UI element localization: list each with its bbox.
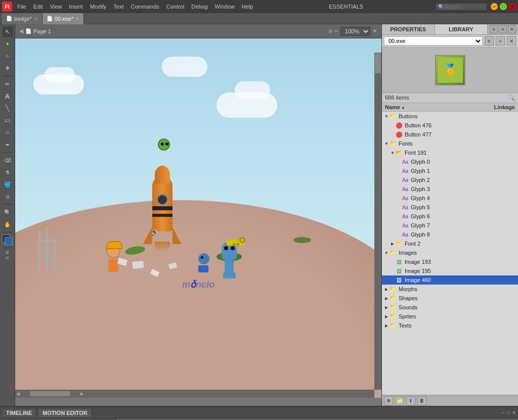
canvas-scrollbar-vertical[interactable] (374, 53, 381, 390)
tree-item-image460[interactable]: 🖼 Image 460 (382, 275, 518, 285)
tree-arrow-shapes[interactable]: ▶ (384, 296, 389, 301)
tool-zoom[interactable]: 🔍 (2, 207, 13, 218)
tree-item-sprites[interactable]: ▶ 📁 Sprites (382, 312, 518, 321)
tab-badge[interactable]: 📄 badge* ✕ (2, 13, 42, 24)
canvas-edit-icon[interactable]: ✏ (334, 28, 338, 34)
menu-commands[interactable]: Commands (127, 3, 162, 11)
tab-timeline[interactable]: TIMELINE (2, 409, 36, 417)
menu-edit[interactable]: Edit (30, 3, 46, 11)
tree-item-texts[interactable]: ▶ 📁 Texts (382, 321, 518, 330)
tree-arrow-texts[interactable]: ▶ (384, 323, 389, 328)
tree-item-glyph8[interactable]: Aa Glyph 8 (382, 230, 518, 239)
tree-arrow-fonts[interactable]: ▼ (384, 142, 389, 146)
timeline-collapse-btn[interactable]: ─ (501, 410, 505, 415)
col-name[interactable]: Name ▲ (385, 104, 485, 110)
tree-item-font2[interactable]: ▶ 📁 Font 2 (382, 239, 518, 248)
canvas-scrollbar-horizontal[interactable]: ◀ ▶ (15, 390, 374, 398)
library-action-btn-2[interactable]: + (496, 36, 505, 45)
tree-item-buttons[interactable]: ▼ 📁 Buttons (382, 112, 518, 121)
canvas-back-btn[interactable]: ◀ (19, 28, 23, 34)
menu-window[interactable]: Window (212, 3, 238, 11)
tree-item-sounds[interactable]: ▶ 📁 Sounds (382, 303, 518, 312)
tree-item-morphs[interactable]: ▶ 📁 Morphs (382, 285, 518, 294)
tab-00exe[interactable]: 📄 00.exe* ✕ (42, 13, 84, 24)
tool-pencil[interactable]: ✒ (2, 139, 13, 150)
tool-rect[interactable]: ▭ (2, 115, 13, 126)
tool-pen[interactable]: ✏ (2, 78, 13, 89)
tab-motion-editor[interactable]: MOTION EDITOR (38, 409, 92, 417)
tree-item-glyph5[interactable]: Aa Glyph 5 (382, 203, 518, 212)
tool-dropper[interactable]: ⚗ (2, 167, 13, 178)
tab-library[interactable]: LIBRARY (435, 24, 488, 34)
library-action-btn-3[interactable]: ✕ (507, 36, 516, 45)
tool-subselect[interactable]: ✦ (2, 38, 13, 50)
tree-item-font191[interactable]: ▼ 📂 Font 191 (382, 148, 518, 157)
scroll-right-arrow[interactable]: ▶ (80, 391, 84, 396)
tab-badge-close[interactable]: ✕ (34, 16, 38, 21)
tool-line[interactable]: ╲ (2, 103, 13, 114)
scroll-v-thumb[interactable] (375, 53, 381, 73)
menu-modify[interactable]: Modify (87, 3, 109, 11)
tool-select[interactable]: ↖ (2, 26, 13, 37)
tree-item-glyph2[interactable]: Aa Glyph 2 (382, 175, 518, 184)
menu-file[interactable]: File (14, 3, 29, 11)
tree-item-button476[interactable]: 🔴 Button 476 (382, 121, 518, 130)
close-button[interactable]: ✕ (509, 3, 516, 10)
tree-arrow-font191[interactable]: ▼ (390, 151, 395, 155)
tree-arrow-buttons[interactable]: ▼ (384, 114, 389, 119)
tree-item-glyph1[interactable]: Aa Glyph 1 (382, 166, 518, 175)
tree-item-image193[interactable]: 🖼 Image 193 (382, 257, 518, 266)
tree-item-glyph6[interactable]: Aa Glyph 6 (382, 212, 518, 221)
color-stroke[interactable] (2, 235, 13, 246)
menu-control[interactable]: Control (163, 3, 187, 11)
library-file-select[interactable]: 00.exe (384, 36, 483, 45)
tool-transform[interactable]: ✤ (2, 63, 13, 74)
tree-arrow-sprites[interactable]: ▶ (384, 314, 389, 319)
canvas-snap-icon[interactable]: ⊞ (328, 28, 332, 34)
color-fill[interactable] (5, 237, 13, 245)
lib-new-symbol-btn[interactable]: ⊕ (384, 396, 393, 405)
tree-item-fonts[interactable]: ▼ 📁 Fonts (382, 139, 518, 148)
tool-text[interactable]: A (2, 90, 13, 102)
tool-3d[interactable]: ⊹ (2, 51, 13, 62)
tree-item-glyph4[interactable]: Aa Glyph 4 (382, 194, 518, 203)
title-search-input[interactable] (444, 4, 485, 10)
tool-ellipse[interactable]: ○ (2, 127, 13, 138)
lib-props-btn[interactable]: ℹ (406, 396, 415, 405)
lib-new-folder-btn[interactable]: 📁 (395, 396, 404, 405)
tree-item-image195[interactable]: 🖼 Image 195 (382, 266, 518, 275)
minimize-button[interactable]: ─ (491, 3, 498, 10)
library-action-btn-1[interactable]: ≡ (485, 36, 494, 45)
tab-00exe-close[interactable]: ✕ (75, 16, 79, 21)
tree-item-glyph7[interactable]: Aa Glyph 7 (382, 221, 518, 230)
tree-arrow-sounds[interactable]: ▶ (384, 305, 389, 310)
menu-help[interactable]: Help (239, 3, 256, 11)
tool-bone[interactable]: ⊙ (2, 191, 13, 202)
timeline-close-btn[interactable]: ✕ (512, 410, 516, 415)
tool-bucket[interactable]: 🪣 (2, 179, 13, 190)
panel-action-btn-2[interactable]: ≡ (499, 25, 507, 33)
scroll-h-thumb[interactable] (30, 391, 70, 396)
tool-snap[interactable]: ⊞ (6, 250, 9, 255)
tool-options[interactable]: ⊟ (6, 256, 9, 260)
zoom-selector[interactable]: 100% 50% 150% 200% (340, 27, 370, 36)
lib-delete-btn[interactable]: 🗑 (417, 396, 426, 405)
tree-arrow-font2[interactable]: ▶ (390, 242, 395, 246)
library-tree[interactable]: ▼ 📁 Buttons 🔴 Button 476 🔴 Button 477 ▼ (382, 112, 518, 395)
tool-eraser[interactable]: ⌫ (2, 155, 13, 166)
tree-item-images[interactable]: ▼ 📁 Images (382, 248, 518, 257)
menu-debug[interactable]: Debug (188, 3, 210, 11)
timeline-expand-btn[interactable]: □ (507, 410, 510, 415)
library-search-icon[interactable]: 🔍 (508, 95, 515, 101)
panel-collapse-btn[interactable]: ✕ (508, 25, 516, 33)
tree-arrow-images[interactable]: ▼ (384, 251, 389, 255)
tab-properties[interactable]: PROPERTIES (382, 24, 435, 34)
tree-arrow-morphs[interactable]: ▶ (384, 287, 389, 292)
menu-text[interactable]: Text (110, 3, 126, 11)
tree-item-glyph3[interactable]: Aa Glyph 3 (382, 184, 518, 194)
zoom-dropdown-icon[interactable]: ▼ (372, 28, 377, 34)
tree-item-button477[interactable]: 🔴 Button 477 (382, 130, 518, 139)
maximize-button[interactable]: □ (500, 3, 507, 10)
scroll-left-arrow[interactable]: ◀ (16, 391, 20, 396)
panel-action-btn-1[interactable]: ≡ (490, 25, 498, 33)
